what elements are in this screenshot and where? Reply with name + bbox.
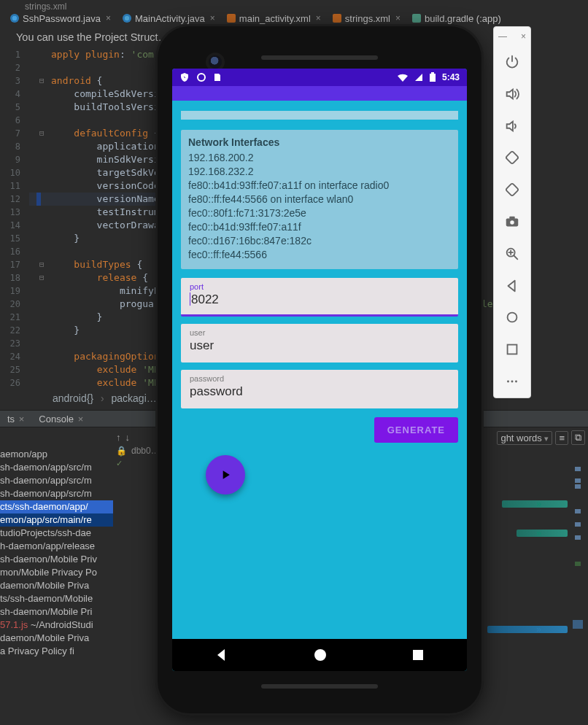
list-item[interactable]: sh-daemon/app/src/m xyxy=(0,487,113,500)
xml-line xyxy=(120,514,163,527)
notification-hint: You can use the Project Struct… xyxy=(16,31,169,43)
minimize-button[interactable]: — xyxy=(498,31,507,42)
network-line: fec0::d167:16bc:847e:182c xyxy=(188,234,451,248)
list-item[interactable]: aemon/app xyxy=(0,448,113,461)
signal-icon xyxy=(414,73,423,82)
close-icon[interactable]: × xyxy=(106,13,111,23)
tab-sshpassword[interactable]: SshPassword.java × xyxy=(4,10,117,26)
device-screen[interactable]: 5:43 Network Interfaces 192.168.200.2192… xyxy=(172,69,467,671)
overview-icon[interactable] xyxy=(411,648,425,662)
back-icon[interactable] xyxy=(214,648,229,662)
user-value[interactable]: user xyxy=(190,338,449,353)
list-item[interactable]: 57.1.js ~/AndroidStudi xyxy=(0,619,113,632)
tab-ts[interactable]: ts × xyxy=(0,411,31,427)
password-field[interactable]: password password xyxy=(181,370,458,408)
arrow-down-icon[interactable]: ↓ xyxy=(125,432,131,443)
fold-column: ⊟⊟⊟⊟ xyxy=(39,48,48,389)
arrow-up-icon[interactable]: ↑ xyxy=(116,432,121,443)
list-item[interactable]: sh-daemon/app/src/m xyxy=(0,461,113,474)
fab-play[interactable] xyxy=(206,455,245,495)
xml-line xyxy=(120,606,163,619)
volume-down-button[interactable] xyxy=(498,112,527,141)
back-button[interactable] xyxy=(498,271,527,301)
text-cursor xyxy=(190,292,190,306)
list-item[interactable]: ts/ssh-daemon/Mobile xyxy=(0,592,113,605)
java-icon xyxy=(123,14,131,23)
list-item[interactable]: daemon/Mobile Priva xyxy=(0,579,113,592)
chevron-icon: » xyxy=(536,499,541,509)
emulator-device: 5:43 Network Interfaces 192.168.200.2192… xyxy=(158,26,481,713)
tab-label: MainActivity.java xyxy=(135,13,205,24)
list-item[interactable]: cts/ssh-daemon/app/ xyxy=(0,500,113,513)
list-item[interactable]: tudioProjects/ssh-dae xyxy=(0,527,113,540)
tab-build-gradle[interactable]: build.gradle (:app) xyxy=(406,10,507,26)
emulator-toolbar: — × xyxy=(493,26,531,398)
more-button[interactable] xyxy=(498,367,527,396)
list-item[interactable]: h-daemon/app/release xyxy=(0,540,113,553)
rotate-right-button[interactable] xyxy=(498,175,527,204)
app-content: Network Interfaces 192.168.200.2192.168.… xyxy=(172,101,467,443)
play-icon xyxy=(218,468,233,482)
xml-line xyxy=(120,580,163,593)
chin-bar xyxy=(261,684,378,689)
crumb-android[interactable]: android{} xyxy=(53,392,93,404)
breadcrumb[interactable]: android{} › packagi… xyxy=(53,392,157,404)
tab-mainactivity[interactable]: MainActivity.java × xyxy=(117,10,221,26)
svg-point-14 xyxy=(511,381,514,383)
resources-list[interactable]: aemon/appsh-daemon/app/src/msh-daemon/ap… xyxy=(0,448,113,658)
zoom-button[interactable] xyxy=(498,239,527,268)
tab-console[interactable]: Console × xyxy=(31,411,90,427)
svg-point-13 xyxy=(507,381,509,383)
tab-main-activity-xml[interactable]: main_activity.xml × xyxy=(221,10,327,26)
xml-line xyxy=(120,462,163,475)
progress-track xyxy=(181,111,458,120)
close-icon[interactable]: × xyxy=(78,414,84,424)
home-icon[interactable] xyxy=(313,648,328,662)
error-stripe[interactable] xyxy=(575,467,581,656)
xml-icon xyxy=(227,14,236,23)
list-item[interactable]: sh-daemon/Mobile Priv xyxy=(0,553,113,566)
tab-label: SshPassword.java xyxy=(23,13,101,24)
xml-line xyxy=(120,488,163,501)
highlight-words-toggle[interactable]: ght words ▾ xyxy=(497,431,552,445)
crumb-packaging[interactable]: packagi… xyxy=(112,392,157,404)
port-field[interactable]: port 8022 xyxy=(181,278,458,317)
close-icon[interactable]: × xyxy=(395,13,401,23)
volume-up-button[interactable] xyxy=(498,80,527,109)
user-field[interactable]: user user xyxy=(181,324,458,362)
list-item[interactable]: emon/app/src/main/re xyxy=(0,513,113,527)
list-item[interactable]: sh-daemon/Mobile Pri xyxy=(0,605,113,619)
list-item[interactable]: sh-daemon/app/src/m xyxy=(0,474,113,487)
battery-icon xyxy=(429,72,436,82)
close-button[interactable]: × xyxy=(521,31,526,42)
timeline-bar xyxy=(517,530,568,537)
svg-rect-6 xyxy=(506,183,519,196)
list-item[interactable]: daemon/Mobile Priva xyxy=(0,632,113,645)
list-item[interactable]: a Privacy Policy fi xyxy=(0,645,113,658)
svg-point-8 xyxy=(510,220,514,225)
overview-button[interactable] xyxy=(498,335,527,364)
password-label: password xyxy=(190,374,449,383)
xml-line xyxy=(120,593,163,606)
port-value[interactable]: 8022 xyxy=(191,292,219,306)
tab-label: build.gradle (:app) xyxy=(425,13,501,24)
xml-line xyxy=(120,475,163,488)
svg-point-3 xyxy=(314,649,326,661)
close-icon[interactable]: × xyxy=(19,414,25,424)
option-b-icon[interactable]: ⧉ xyxy=(571,430,585,445)
generate-button[interactable]: GENERATE xyxy=(374,417,458,443)
screenshot-button[interactable] xyxy=(498,207,527,236)
close-icon[interactable]: × xyxy=(316,13,321,23)
power-button[interactable] xyxy=(498,47,527,77)
close-icon[interactable]: × xyxy=(210,13,215,23)
rotate-left-button[interactable] xyxy=(498,143,527,172)
chevron-right-icon: › xyxy=(96,392,109,404)
svg-rect-5 xyxy=(506,151,519,164)
option-a-icon[interactable]: ≡ xyxy=(555,431,568,445)
android-nav-bar xyxy=(172,639,467,671)
home-button[interactable] xyxy=(498,303,527,333)
clock: 5:43 xyxy=(442,72,460,82)
tab-strings-xml[interactable]: strings.xml × xyxy=(327,10,406,26)
list-item[interactable]: mon/Mobile Privacy Po xyxy=(0,566,113,579)
password-value[interactable]: password xyxy=(190,384,449,399)
